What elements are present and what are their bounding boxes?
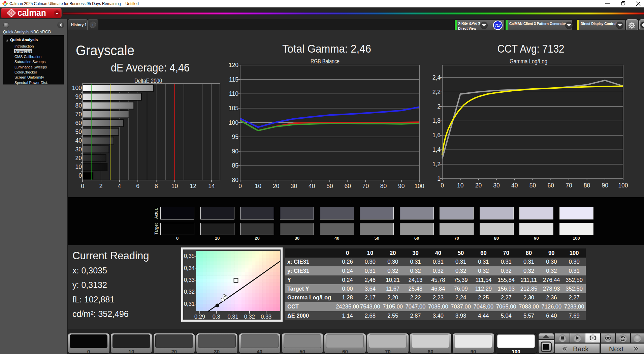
svg-text:1,2: 1,2 bbox=[432, 161, 441, 168]
svg-text:0,3: 0,3 bbox=[213, 314, 220, 320]
svg-text:10: 10 bbox=[171, 183, 178, 189]
svg-text:0: 0 bbox=[238, 183, 242, 189]
svg-text:1,8: 1,8 bbox=[432, 117, 441, 124]
svg-text:Gamma Log/Log: Gamma Log/Log bbox=[510, 58, 547, 65]
svg-text:10: 10 bbox=[255, 183, 261, 189]
svg-text:50: 50 bbox=[529, 182, 536, 189]
svg-text:1,4: 1,4 bbox=[432, 146, 441, 153]
svg-text:50: 50 bbox=[75, 128, 82, 135]
svg-text:20: 20 bbox=[475, 182, 482, 189]
svg-text:0: 0 bbox=[81, 183, 84, 189]
svg-text:Grayscale: Grayscale bbox=[76, 42, 134, 58]
svg-text:12: 12 bbox=[190, 183, 196, 189]
svg-text:70: 70 bbox=[362, 183, 369, 189]
svg-text:80: 80 bbox=[584, 182, 590, 189]
svg-text:110: 110 bbox=[229, 90, 238, 97]
svg-text:0: 0 bbox=[441, 182, 444, 189]
svg-text:105: 105 bbox=[229, 105, 238, 112]
svg-text:8: 8 bbox=[155, 183, 158, 189]
svg-text:dE Average: 4,46: dE Average: 4,46 bbox=[111, 61, 190, 74]
svg-text:0,31: 0,31 bbox=[184, 301, 195, 307]
svg-text:40: 40 bbox=[309, 183, 315, 189]
svg-text:30: 30 bbox=[493, 182, 500, 189]
svg-text:DeltaE 2000: DeltaE 2000 bbox=[134, 78, 162, 84]
svg-text:2: 2 bbox=[99, 183, 103, 189]
svg-text:20: 20 bbox=[75, 155, 82, 161]
svg-text:2: 2 bbox=[437, 103, 441, 110]
svg-text:70: 70 bbox=[566, 182, 572, 189]
svg-text:100: 100 bbox=[72, 85, 82, 91]
svg-text:0,32: 0,32 bbox=[184, 289, 195, 295]
svg-text:90: 90 bbox=[602, 182, 609, 189]
svg-text:40: 40 bbox=[75, 137, 82, 144]
svg-text:20: 20 bbox=[273, 183, 280, 189]
svg-text:70: 70 bbox=[75, 111, 82, 118]
svg-text:1,6: 1,6 bbox=[432, 132, 441, 139]
svg-text:80: 80 bbox=[380, 183, 387, 189]
svg-text:80: 80 bbox=[75, 102, 82, 109]
svg-text:6: 6 bbox=[136, 183, 139, 189]
svg-text:100: 100 bbox=[229, 119, 238, 126]
svg-text:30: 30 bbox=[291, 183, 297, 189]
svg-text:0,33: 0,33 bbox=[261, 314, 271, 320]
svg-text:Total Gamma: 2,46: Total Gamma: 2,46 bbox=[282, 42, 371, 55]
svg-text:30: 30 bbox=[75, 146, 82, 153]
svg-text:10: 10 bbox=[457, 182, 464, 189]
svg-text:2,4: 2,4 bbox=[432, 74, 441, 81]
svg-text:0: 0 bbox=[78, 172, 82, 179]
svg-text:100: 100 bbox=[618, 182, 628, 189]
svg-text:2,2: 2,2 bbox=[432, 89, 441, 95]
svg-text:1: 1 bbox=[437, 175, 441, 182]
svg-text:90: 90 bbox=[398, 183, 405, 189]
svg-text:CCT Avg: 7132: CCT Avg: 7132 bbox=[497, 42, 565, 55]
svg-text:60: 60 bbox=[547, 182, 554, 189]
svg-text:0,31: 0,31 bbox=[228, 314, 238, 320]
svg-text:95: 95 bbox=[232, 134, 238, 140]
svg-text:120: 120 bbox=[229, 62, 238, 68]
svg-text:100: 100 bbox=[414, 183, 424, 189]
svg-text:85: 85 bbox=[232, 162, 238, 169]
svg-text:40: 40 bbox=[511, 182, 518, 189]
svg-text:10: 10 bbox=[75, 164, 82, 170]
svg-text:60: 60 bbox=[344, 183, 351, 189]
svg-text:0,33: 0,33 bbox=[184, 277, 195, 283]
svg-text:0,34: 0,34 bbox=[184, 265, 195, 271]
svg-text:50: 50 bbox=[326, 183, 333, 189]
svg-text:80: 80 bbox=[232, 177, 239, 183]
svg-text:90: 90 bbox=[75, 93, 82, 100]
svg-text:60: 60 bbox=[75, 120, 82, 126]
svg-text:4: 4 bbox=[118, 183, 121, 189]
svg-text:0,32: 0,32 bbox=[244, 314, 255, 320]
svg-text:RGB Balance: RGB Balance bbox=[311, 58, 340, 65]
svg-text:90: 90 bbox=[232, 148, 239, 155]
svg-text:115: 115 bbox=[229, 76, 238, 83]
svg-text:14: 14 bbox=[208, 183, 215, 189]
svg-text:0,35: 0,35 bbox=[184, 253, 195, 259]
svg-text:0,29: 0,29 bbox=[194, 314, 205, 320]
